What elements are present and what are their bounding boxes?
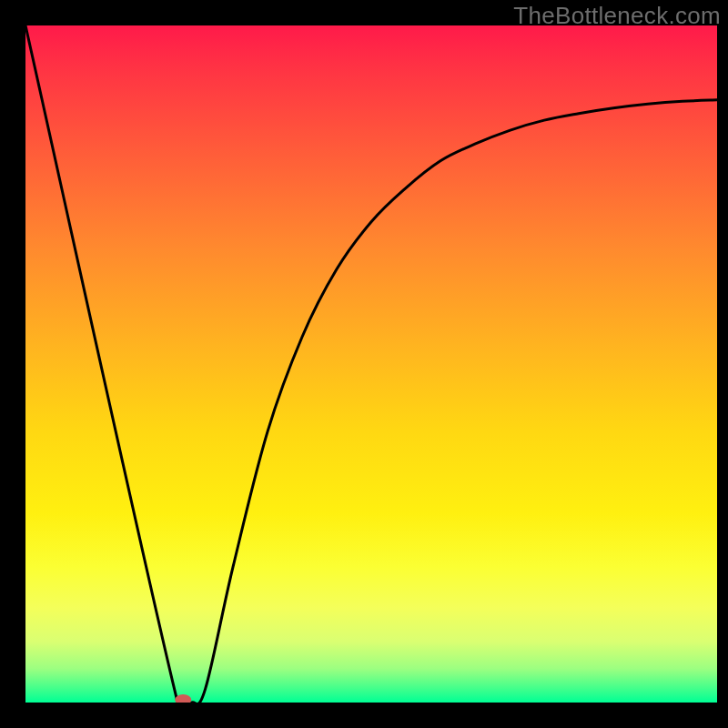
bottleneck-curve-path [25,25,717,703]
watermark-text: TheBottleneck.com [513,2,721,30]
marker-dot [175,694,191,703]
plot-area [25,25,717,703]
chart-frame: TheBottleneck.com [0,0,728,728]
curve-layer [25,25,717,703]
